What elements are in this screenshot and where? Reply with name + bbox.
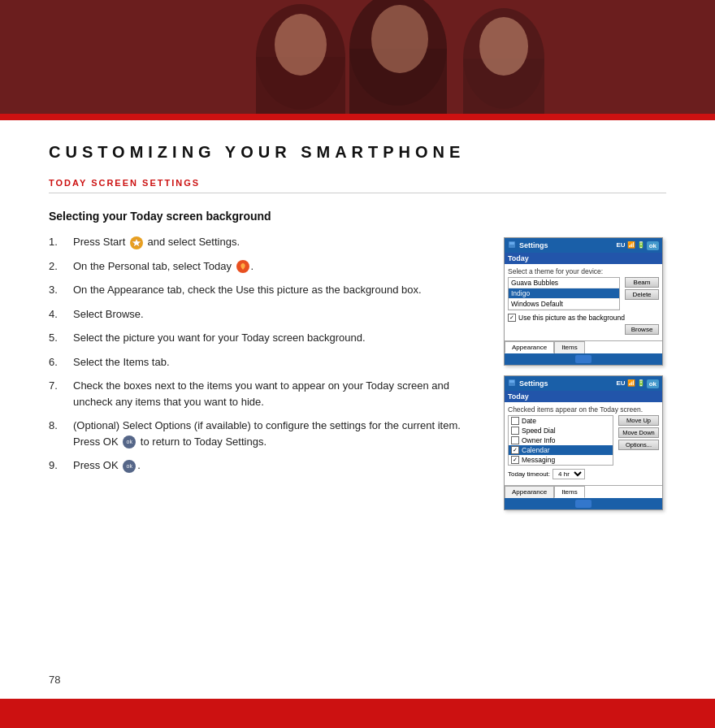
- wm-title-text-2: Settings: [519, 379, 617, 388]
- wm-tabs-2: Appearance Items: [505, 485, 662, 498]
- use-picture-checkbox[interactable]: [508, 314, 516, 322]
- timeout-select[interactable]: 4 hr 1 hr 8 hr: [552, 469, 585, 479]
- step-text: Select the picture you want for your Tod…: [73, 330, 488, 346]
- speeddial-label: Speed Dial: [522, 427, 556, 435]
- wm-timeout-row: Today timeout: 4 hr 1 hr 8 hr: [508, 469, 659, 479]
- owner-checkbox[interactable]: [511, 436, 519, 444]
- wm-body-1: Select a theme for your device: Guava Bu…: [505, 264, 662, 338]
- today-icon: [236, 260, 249, 273]
- date-checkbox[interactable]: [511, 417, 519, 425]
- speeddial-checkbox[interactable]: [511, 427, 519, 435]
- date-label: Date: [522, 417, 536, 425]
- svg-rect-15: [509, 380, 514, 383]
- options-button[interactable]: Options...: [618, 440, 659, 450]
- calendar-label: Calendar: [522, 446, 550, 454]
- wm-titlebar-2: Settings EU 📶 🔋 ok: [505, 376, 662, 391]
- step-6: 6. Select the Items tab.: [49, 354, 488, 370]
- tab-appearance[interactable]: Appearance: [505, 341, 554, 353]
- cb-date: Date: [509, 416, 613, 426]
- cb-speed-dial: Speed Dial: [509, 426, 613, 436]
- wm-listbox-1: Guava Bubbles Indigo Windows Default: [508, 277, 620, 310]
- tab-items-1[interactable]: Items: [554, 341, 585, 353]
- wm-list-row-2: Date Speed Dial Owner Info: [508, 415, 659, 467]
- wm-taskbar-2: [505, 498, 662, 509]
- step-9: 9. Press OK ok.: [49, 457, 488, 474]
- timeout-label: Today timeout:: [508, 470, 550, 478]
- browse-button[interactable]: Browse: [625, 324, 659, 335]
- signal-icon: EU: [617, 241, 626, 250]
- ok-titlebar-icon: ok: [647, 241, 659, 250]
- step-text: Press Start and select Settings.: [73, 234, 488, 250]
- checkbox-label: Use this picture as the background: [518, 314, 625, 322]
- wm-checkbox-background: Use this picture as the background: [508, 313, 659, 323]
- step-num: 6.: [49, 354, 67, 370]
- tab-appearance-2[interactable]: Appearance: [505, 486, 554, 498]
- battery-icon: 🔋: [637, 241, 645, 250]
- wm-browse-row: Browse: [508, 324, 659, 335]
- wm-btn-col-2: Move Up Move Down Options...: [618, 415, 659, 450]
- svg-marker-10: [132, 238, 141, 247]
- step-text: Press OK ok.: [73, 457, 488, 474]
- move-up-button[interactable]: Move Up: [618, 415, 659, 426]
- wm-checkbox-list: Date Speed Dial Owner Info: [508, 415, 613, 466]
- step-4: 4. Select Browse.: [49, 306, 488, 323]
- step-num: 5.: [49, 330, 67, 346]
- start-icon: [130, 236, 143, 249]
- step-text: Select Browse.: [73, 306, 488, 323]
- cb-owner: Owner Info: [509, 436, 613, 445]
- step-num: 4.: [49, 306, 67, 323]
- beam-button[interactable]: Beam: [625, 277, 659, 288]
- step-text: On the Appearance tab, check the Use thi…: [73, 282, 488, 298]
- svg-point-8: [371, 5, 428, 73]
- ok-icon: ok: [123, 436, 136, 448]
- step-1: 1. Press Start and select Settings.: [49, 234, 488, 250]
- messaging-label: Messaging: [522, 456, 555, 464]
- calendar-checkbox[interactable]: [511, 446, 519, 454]
- svg-point-7: [275, 14, 327, 76]
- wm-titlebar-icons-1: EU 📶 🔋 ok: [617, 241, 659, 250]
- cb-calendar: Calendar: [509, 445, 613, 455]
- wm-title-text-1: Settings: [519, 241, 617, 249]
- step-7: 7. Check the boxes next to the items you…: [49, 378, 488, 410]
- header-figures: [0, 0, 715, 114]
- step-text: Select the Items tab.: [73, 354, 488, 370]
- signal-icon-2: EU: [617, 379, 626, 388]
- wifi-icon-2: 📶: [627, 379, 635, 388]
- step-num: 7.: [49, 378, 67, 410]
- wm-section-1: Today: [505, 253, 662, 264]
- ok-icon-2: ok: [123, 460, 136, 473]
- step-8: 8. (Optional) Select Options (if availab…: [49, 418, 488, 449]
- step-text: On the Personal tab, select Today .: [73, 258, 488, 275]
- move-down-button[interactable]: Move Down: [618, 427, 659, 438]
- wm-taskbar-1: [505, 353, 662, 365]
- list-item-windows: Windows Default: [509, 299, 619, 310]
- taskbar-icon-2: [575, 500, 592, 508]
- wifi-icon: 📶: [627, 241, 635, 250]
- step-2: 2. On the Personal tab, select Today .: [49, 258, 488, 275]
- owner-label: Owner Info: [522, 436, 556, 444]
- screenshot-appearance: Settings EU 📶 🔋 ok Today Select a theme …: [504, 237, 663, 366]
- list-item-indigo: Indigo: [509, 288, 619, 299]
- wm-tabs-1: Appearance Items: [505, 340, 662, 353]
- svg-point-9: [479, 17, 528, 76]
- svg-rect-13: [509, 242, 514, 245]
- tab-items-2[interactable]: Items: [554, 486, 585, 498]
- ok-titlebar-icon-2: ok: [647, 379, 659, 388]
- messaging-checkbox[interactable]: [511, 456, 519, 464]
- content-area: 1. Press Start and select Settings. 2. O…: [49, 234, 666, 510]
- wm-label-2: Checked items appear on the Today screen…: [508, 405, 659, 414]
- subsection-title: Selecting your Today screen background: [49, 210, 666, 223]
- steps-column: 1. Press Start and select Settings. 2. O…: [49, 234, 488, 510]
- wm-btn-col-1: Beam Delete: [625, 277, 659, 300]
- page-title: CUSTOMIZING YOUR SMARTPHONE: [49, 143, 666, 162]
- wm-section-2: Today: [505, 391, 662, 402]
- step-num: 9.: [49, 457, 67, 474]
- page-number: 78: [49, 674, 60, 686]
- wm-titlebar-icons-2: EU 📶 🔋 ok: [617, 379, 659, 388]
- wm-body-2: Checked items appear on the Today screen…: [505, 402, 662, 483]
- delete-button[interactable]: Delete: [625, 289, 659, 300]
- taskbar-icon: [575, 355, 592, 363]
- step-text: (Optional) Select Options (if available)…: [73, 418, 488, 449]
- red-accent-bar: [0, 114, 715, 120]
- screenshot-items: Settings EU 📶 🔋 ok Today Checked items a…: [504, 375, 663, 510]
